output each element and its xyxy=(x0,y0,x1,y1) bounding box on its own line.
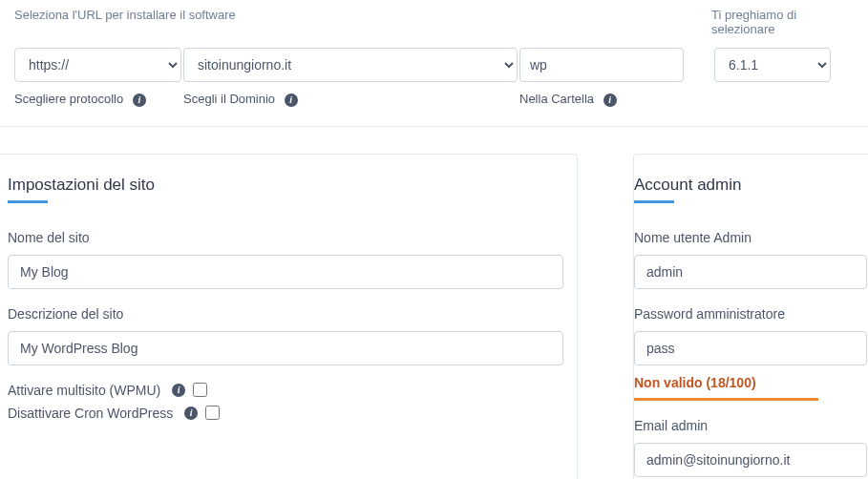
site-settings-card: Impostazioni del sito Nome del sito Desc… xyxy=(0,154,578,479)
protocol-select[interactable]: https:// xyxy=(14,48,181,82)
multisite-label: Attivare multisito (WPMU) xyxy=(8,383,160,398)
folder-input[interactable] xyxy=(519,48,684,82)
info-icon[interactable]: i xyxy=(133,94,146,107)
helper-domain-label: Scegli il Dominio xyxy=(183,92,275,106)
disable-cron-label: Disattivare Cron WordPress xyxy=(8,406,173,421)
admin-email-input[interactable] xyxy=(634,443,867,477)
title-underline xyxy=(8,200,48,203)
password-strength-text: Non valido (18/100) xyxy=(634,375,868,390)
admin-account-card: Account admin Nome utente Admin Password… xyxy=(633,154,868,479)
select-version-label: Ti preghiamo di selezionare xyxy=(711,8,854,36)
info-icon[interactable]: i xyxy=(172,384,185,397)
multisite-checkbox[interactable] xyxy=(193,383,207,397)
admin-username-label: Nome utente Admin xyxy=(634,230,868,245)
admin-password-input[interactable] xyxy=(634,331,867,365)
version-select[interactable]: 6.1.1 xyxy=(714,48,831,82)
site-name-input[interactable] xyxy=(8,255,563,289)
password-strength-bar xyxy=(634,398,818,401)
site-desc-input[interactable] xyxy=(8,331,563,365)
helper-folder-label: Nella Cartella xyxy=(519,92,594,106)
site-name-label: Nome del sito xyxy=(8,230,569,245)
info-icon[interactable]: i xyxy=(184,406,198,420)
admin-username-input[interactable] xyxy=(634,255,867,289)
helper-protocol-label: Scegliere protocollo xyxy=(14,92,123,106)
domain-select[interactable]: sitoinungiorno.it xyxy=(183,48,518,82)
site-desc-label: Descrizione del sito xyxy=(8,306,569,322)
info-icon[interactable]: i xyxy=(285,94,298,107)
info-icon[interactable]: i xyxy=(603,94,617,107)
url-config-section: Seleziona l'URL per installare il softwa… xyxy=(0,0,868,127)
admin-password-label: Password amministratore xyxy=(634,306,868,322)
admin-email-label: Email admin xyxy=(634,418,868,433)
title-underline xyxy=(634,200,674,203)
disable-cron-checkbox[interactable] xyxy=(205,406,220,420)
admin-title: Account admin xyxy=(634,176,868,195)
site-settings-title: Impostazioni del sito xyxy=(8,176,569,195)
select-url-label: Seleziona l'URL per installare il softwa… xyxy=(14,8,711,36)
